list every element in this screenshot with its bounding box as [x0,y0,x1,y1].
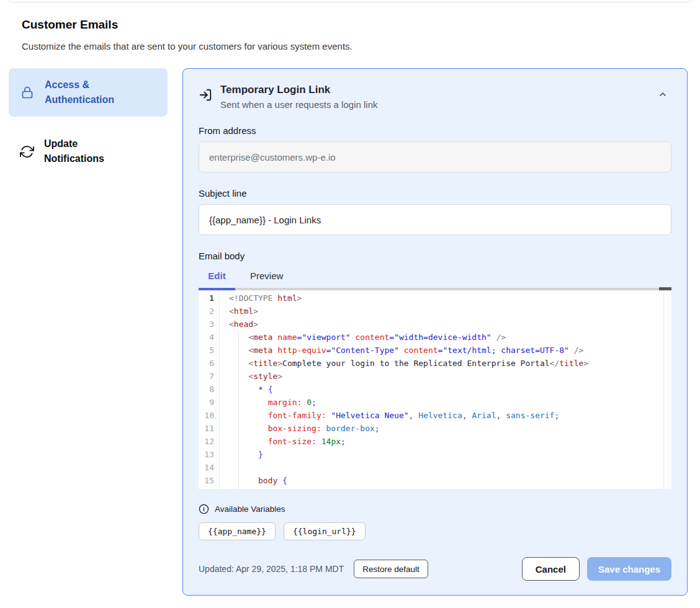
variable-chip-login-url[interactable]: {{login_url}} [284,522,366,540]
code-line[interactable]: 13 } [199,448,671,461]
code-line[interactable]: 9 margin: 0; [199,396,671,409]
line-number: 9 [199,396,214,409]
code-text: <head> [214,318,258,331]
line-number: 1 [199,292,214,305]
code-line[interactable]: 5 <meta http-equiv="Content-Type" conten… [199,344,671,357]
previous-card-bottom-edge [6,0,694,2]
line-number: 3 [199,318,214,331]
email-types-sidebar: Access & Authentication Update Notificat… [9,68,168,172]
page-subtitle: Customize the emails that are sent to yo… [22,41,352,51]
available-variables-header: Available Variables [199,504,671,514]
line-number: 8 [199,383,214,396]
line-number: 14 [199,461,214,474]
email-body-tabs: Edit Preview [199,270,671,290]
restore-default-button[interactable]: Restore default [354,560,428,578]
code-text: <meta name="viewport" content="width=dev… [214,331,506,344]
code-text: <!DOCTYPE html> [214,292,302,305]
from-address-input [199,141,671,172]
code-text: box-sizing: border-box; [214,422,380,435]
code-line[interactable]: 11 box-sizing: border-box; [199,422,671,435]
code-text: <style> [214,370,282,383]
subject-line-input[interactable] [199,204,671,235]
login-icon [199,88,212,102]
code-line[interactable]: 15 body { [199,474,671,487]
updated-timestamp: Updated: Apr 29, 2025, 1:18 PM MDT [199,564,344,574]
refresh-icon [20,145,34,159]
temporary-login-link-card: Temporary Login Link Sent when a user re… [182,68,688,596]
code-text: background-color: #f6f9fc; [214,487,394,489]
code-line[interactable]: 10 font-family: "Helvetica Neue", Helvet… [199,409,671,422]
card-footer: Updated: Apr 29, 2025, 1:18 PM MDT Resto… [199,557,671,581]
code-text [214,461,229,474]
tab-edit[interactable]: Edit [199,270,235,290]
card-subtitle: Sent when a user requests a login link [220,99,377,110]
code-text: body { [214,474,287,487]
from-address-label: From address [199,125,671,136]
subject-line-label: Subject line [199,188,671,199]
variable-chip-app-name[interactable]: {{app_name}} [199,522,276,540]
code-line[interactable]: 7 <style> [199,370,671,383]
card-header-text: Temporary Login Link Sent when a user re… [220,84,377,110]
code-text: <html> [214,305,258,318]
code-text: * { [214,383,272,396]
line-number: 2 [199,305,214,318]
code-line[interactable]: 16 background-color: #f6f9fc; [199,487,671,489]
code-line[interactable]: 14 [199,461,671,474]
page-title: Customer Emails [22,18,118,32]
code-line[interactable]: 12 font-size: 14px; [199,435,671,448]
info-icon[interactable] [199,504,209,514]
email-body-code-editor[interactable]: 1<!DOCTYPE html>2<html>3<head>4 <meta na… [199,290,671,489]
line-number: 15 [199,474,214,487]
line-number: 5 [199,344,214,357]
save-changes-button[interactable]: Save changes [587,557,671,581]
line-number: 12 [199,435,214,448]
chevron-up-icon [658,89,668,99]
code-line[interactable]: 2<html> [199,305,671,318]
code-text: font-family: "Helvetica Neue", Helvetica… [214,409,559,422]
sidebar-item-label: Update Notifications [44,136,137,166]
code-text: font-size: 14px; [214,435,346,448]
code-line[interactable]: 4 <meta name="viewport" content="width=d… [199,331,671,344]
sidebar-item-update-notifications[interactable]: Update Notifications [9,130,168,172]
line-number: 13 [199,448,214,461]
sidebar-item-label: Access & Authentication [45,78,138,107]
available-variables-label: Available Variables [215,504,285,514]
tab-preview[interactable]: Preview [235,270,297,290]
code-text: margin: 0; [214,396,316,409]
editor-vertical-scrollbar[interactable] [663,290,671,489]
cancel-button[interactable]: Cancel [522,557,580,581]
line-number: 4 [199,331,214,344]
code-line[interactable]: 6 <title>Complete your login to the Repl… [199,357,671,370]
code-line[interactable]: 3<head> [199,318,671,331]
tab-bar-filler [297,270,671,290]
line-number: 10 [199,409,214,422]
collapse-section-button[interactable] [658,89,668,99]
code-line[interactable]: 1<!DOCTYPE html> [199,292,671,305]
sidebar-item-access-authentication[interactable]: Access & Authentication [9,68,168,117]
line-number: 7 [199,370,214,383]
code-text: <meta http-equiv="Content-Type" content=… [214,344,583,357]
code-text: } [214,448,263,461]
line-number: 11 [199,422,214,435]
lock-icon [20,85,35,100]
card-title: Temporary Login Link [220,84,377,96]
line-number: 6 [199,357,214,370]
code-lines: 1<!DOCTYPE html>2<html>3<head>4 <meta na… [199,290,671,489]
code-line[interactable]: 8 * { [199,383,671,396]
line-number: 16 [199,487,214,489]
card-header: Temporary Login Link Sent when a user re… [199,84,671,110]
email-body-label: Email body [199,251,671,261]
variable-chips: {{app_name}} {{login_url}} [199,522,671,540]
code-text: <title>Complete your login to the Replic… [214,357,588,370]
